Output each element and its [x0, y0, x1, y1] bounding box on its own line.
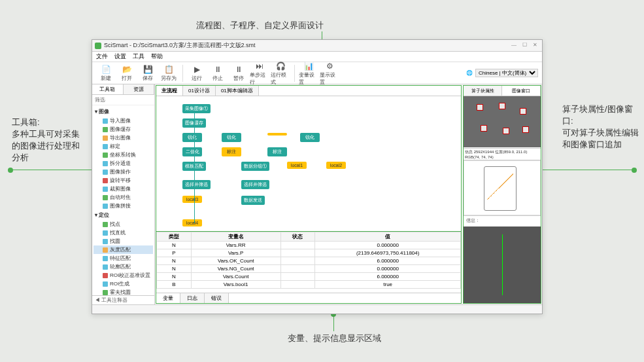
tree-item[interactable]: 图像缓存 — [93, 125, 153, 134]
menu-tools[interactable]: 工具 — [133, 52, 144, 61]
left-footer[interactable]: ◀ 工具注释器 — [92, 295, 154, 304]
toolbar-暂停[interactable]: ⏸暂停 — [229, 64, 248, 82]
flow-node[interactable]: 选择并筛选 — [241, 180, 269, 189]
tree-item[interactable]: 裁剪图像 — [93, 185, 153, 193]
tree-group[interactable]: ▾ 定位 — [93, 210, 153, 220]
toolbar-label: 单步运行 — [250, 71, 269, 86]
toolbar-停止[interactable]: ⏸停止 — [208, 64, 228, 82]
tree-item[interactable]: 特征匹配 — [93, 254, 153, 262]
toolbar-label: 运行模式 — [271, 71, 290, 86]
toolbar-icon: 📊 — [303, 61, 314, 71]
flow-node[interactable]: local1 — [287, 162, 307, 169]
flow-node[interactable]: 锐化 — [300, 133, 320, 142]
tree-group[interactable]: ▾ 图像 — [93, 107, 153, 117]
app-window: SciSmart - D:/SciSmart3.0方案/主界面流程图-中文版2.… — [92, 39, 543, 314]
callout-left: 工具箱: 多种工具可对采集的图像进行处理和分析 — [12, 117, 84, 164]
toolbar-显示设置[interactable]: ⚙显示设置 — [320, 61, 339, 86]
flow-node[interactable]: 选择并筛选 — [182, 180, 211, 189]
menu-settings[interactable]: 设置 — [114, 52, 126, 61]
tab-mainflow[interactable]: 主流程 — [156, 86, 183, 96]
toolbar-变量设置[interactable]: 📊变量设置 — [299, 61, 318, 86]
callout-bottom: 变量、提示信息显示区域 — [288, 333, 381, 344]
flow-node[interactable]: 锐化 — [222, 133, 241, 142]
tree-item[interactable]: 灰度匹配 — [93, 245, 153, 254]
image-preview-1[interactable] — [464, 96, 541, 147]
tree-item[interactable]: 找点 — [93, 220, 153, 228]
tab-variables[interactable]: 变量 — [156, 293, 180, 303]
flow-node[interactable]: 数据发送 — [241, 196, 265, 205]
tree-item[interactable]: 轮廓匹配 — [93, 262, 153, 271]
tab-toolbox[interactable]: 工具箱 — [92, 84, 124, 94]
statusbar — [92, 304, 542, 314]
tree-item[interactable]: 拆分通道 — [93, 159, 153, 168]
tree-item-icon — [103, 264, 108, 270]
toolbar-保存[interactable]: 💾保存 — [138, 64, 158, 82]
table-row[interactable]: NVars.NG_Count0.000000 — [157, 265, 461, 273]
tree-item[interactable]: 找圆 — [93, 237, 153, 245]
flow-node[interactable]: local3 — [182, 196, 202, 203]
tree-item[interactable]: 找直线 — [93, 228, 153, 237]
tree-item[interactable]: 旋转平移 — [93, 176, 153, 185]
menu-file[interactable]: 文件 — [96, 52, 108, 61]
tree-item[interactable]: 图像拼接 — [93, 202, 153, 210]
maximize-button[interactable]: ☐ — [520, 42, 529, 50]
tab-log[interactable]: 日志 — [180, 293, 205, 303]
table-cell — [280, 249, 315, 257]
tree-item[interactable]: 图像操作 — [93, 168, 153, 176]
toolbox-tree[interactable]: ▾ 图像导入图像图像缓存导出图像标定坐标系转换拆分通道图像操作旋转平移裁剪图像自… — [92, 105, 154, 295]
tree-item[interactable]: ROI生成 — [93, 280, 153, 288]
callout-right-body: 可对算子块属性编辑和图像窗口追加 — [562, 128, 639, 149]
image-info: 信息 2592X1944 位置(859.0, 211.0) RGB(74, 74… — [464, 148, 541, 160]
tree-item[interactable]: 自动对焦 — [93, 193, 153, 202]
tab-errors[interactable]: 错误 — [205, 293, 229, 303]
language-select[interactable]: Chinese | 中文(简体) — [475, 69, 538, 77]
tab-block-props[interactable]: 算子块属性 — [464, 86, 502, 96]
toolbar-运行[interactable]: ▶运行 — [187, 64, 207, 82]
tree-item[interactable]: 导出图像 — [93, 134, 153, 142]
tree-item-icon — [103, 118, 108, 124]
main-row: 工具箱 资源 筛选 ▾ 图像导入图像图像缓存导出图像标定坐标系转换拆分通道图像操… — [92, 84, 542, 304]
flow-node[interactable]: 锐化 — [182, 133, 202, 142]
flow-node[interactable]: 二值化 — [182, 147, 202, 156]
flowchart-canvas[interactable]: 采集图像①图像缓存锐化锐化锐化二值化标注标注模板匹配数据分组①local1loc… — [156, 96, 461, 231]
table-row[interactable]: NVars.Count6.000000 — [157, 273, 461, 281]
close-button[interactable]: ✕ — [530, 42, 539, 50]
bottom-tabs: 变量 日志 错误 — [156, 293, 461, 303]
menu-help[interactable]: 帮助 — [151, 52, 163, 61]
tab-image-window[interactable]: 图像窗口 — [502, 86, 541, 96]
tree-item[interactable]: 导入图像 — [93, 117, 153, 125]
tree-item[interactable]: ROI校正基准设置 — [93, 271, 153, 280]
tree-item[interactable]: 坐标系转换 — [93, 151, 153, 159]
table-row[interactable]: NVars.OK_Count6.000000 — [157, 257, 461, 265]
tree-item[interactable]: 霍夫找圆 — [93, 288, 153, 295]
phone-outline-icon — [484, 166, 517, 211]
callout-left-body: 多种工具可对采集的图像进行处理和分析 — [12, 129, 80, 162]
flow-node[interactable] — [267, 133, 287, 136]
flow-node[interactable]: local4 — [182, 219, 202, 226]
table-row[interactable]: NVars.RR0.000000 — [157, 242, 461, 249]
tab-script[interactable]: 01脚本编辑器 — [216, 86, 259, 96]
toolbar-运行模式[interactable]: 🎧运行模式 — [271, 61, 290, 86]
image-preview-2[interactable] — [464, 160, 541, 215]
table-cell — [280, 242, 315, 249]
minimize-button[interactable]: — — [509, 42, 518, 50]
flow-node[interactable]: 标注 — [267, 147, 287, 156]
toolbar-单步运行[interactable]: ⏭单步运行 — [250, 61, 269, 86]
tab-resource[interactable]: 资源 — [124, 84, 155, 94]
flow-node[interactable]: 标注 — [222, 147, 241, 156]
image-preview-3[interactable] — [464, 226, 541, 303]
table-cell: true — [315, 281, 461, 289]
tab-designer[interactable]: 01设计器 — [183, 86, 216, 96]
tree-item-icon — [103, 239, 108, 244]
flow-node[interactable]: 数据分组① — [241, 162, 269, 171]
flow-node[interactable]: 采集图像① — [182, 104, 211, 113]
tree-item[interactable]: 标定 — [93, 142, 153, 151]
table-row[interactable]: BVars.bool1true — [157, 281, 461, 289]
toolbar-打开[interactable]: 📂打开 — [117, 64, 137, 82]
flow-node[interactable]: local2 — [326, 162, 346, 169]
filter-label: 筛选 — [92, 95, 154, 105]
table-row[interactable]: PVars.P(2139.646973,750.411804) — [157, 249, 461, 257]
variable-table[interactable]: 类型变量名状态值NVars.RR0.000000PVars.P(2139.646… — [156, 231, 461, 293]
toolbar-另存为[interactable]: 📋另存为 — [159, 64, 178, 82]
toolbar-新建[interactable]: 📄新建 — [96, 64, 116, 82]
